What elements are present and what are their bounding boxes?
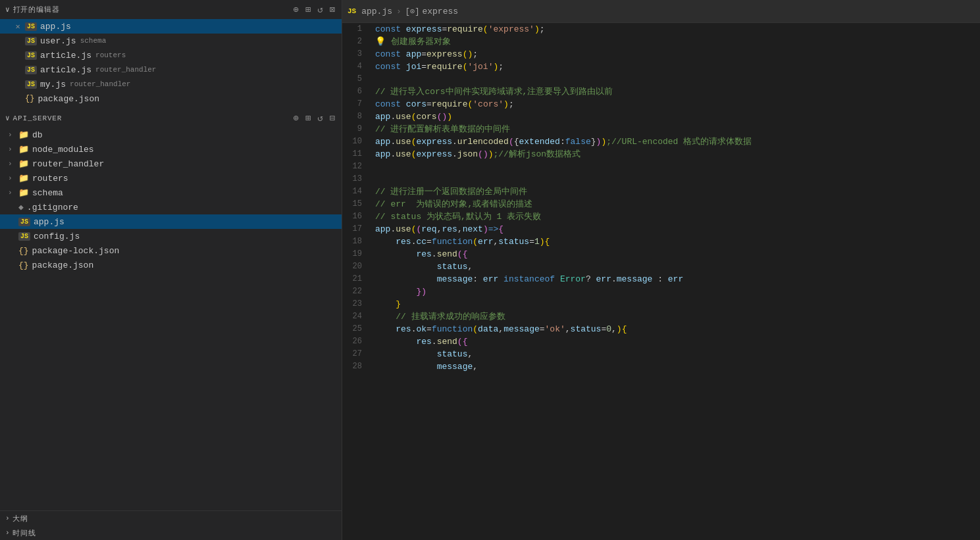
file-badge: routers: [95, 51, 126, 59]
code-line-18: 18 res.cc=function(err,status=1){: [342, 235, 980, 248]
file-name: user.js: [40, 36, 76, 46]
folder-icon: 📁: [18, 173, 29, 184]
gitignore-icon: ◆: [18, 202, 24, 212]
code-line-10: 10 app.use(express.urlencoded({extended:…: [342, 135, 980, 148]
open-editors-chevron: ∨: [5, 5, 11, 14]
line-number: 20: [342, 260, 375, 273]
line-number: 27: [342, 348, 375, 360]
js-file-icon: JS: [25, 22, 37, 31]
new-file-icon[interactable]: ⊕: [292, 3, 299, 16]
tab-js-icon: JS: [348, 7, 356, 15]
open-file-package-json[interactable]: {} package.json: [0, 91, 342, 106]
code-editor[interactable]: 1 const express=require('express'); 2 💡 …: [342, 23, 980, 540]
line-number: 14: [342, 185, 375, 198]
folder-chevron: ›: [8, 131, 16, 139]
file-name: article.js: [40, 51, 91, 61]
outline-item[interactable]: › 大纲: [0, 511, 342, 526]
sidebar-bottom: › 大纲 › 时间线: [0, 510, 342, 540]
line-content: 💡 创建服务器对象: [375, 36, 980, 48]
code-line-2: 2 💡 创建服务器对象: [342, 36, 980, 48]
code-line-26: 26 res.send({: [342, 335, 980, 348]
close-icon-placeholder: [13, 51, 22, 60]
line-number: 2: [342, 36, 375, 48]
breadcrumb: app.js › [⊙] express: [361, 7, 458, 16]
code-line-21: 21 message: err instanceof Error? err.me…: [342, 273, 980, 285]
tree-label: schema: [32, 188, 63, 198]
line-number: 8: [342, 110, 375, 123]
line-content: res.send({: [375, 248, 980, 260]
tree-item-node-modules[interactable]: › 📁 node_modules: [0, 142, 342, 157]
open-file-app-js[interactable]: ✕ JS app.js: [0, 19, 342, 34]
line-content: status,: [375, 260, 980, 273]
file-name: article.js: [40, 65, 91, 75]
close-all-icon[interactable]: ⊠: [328, 3, 336, 16]
code-line-25: 25 res.ok=function(data,message='ok',sta…: [342, 323, 980, 335]
new-folder-icon[interactable]: ⊞: [304, 111, 312, 125]
code-line-19: 19 res.send({: [342, 248, 980, 260]
code-line-14: 14 // 进行注册一个返回数据的全局中间件: [342, 185, 980, 198]
breadcrumb-filename[interactable]: app.js: [361, 7, 392, 16]
line-content: message,: [375, 360, 980, 373]
tree-label: config.js: [34, 232, 80, 241]
tree-label: db: [32, 130, 43, 140]
open-editors-title[interactable]: ∨ 打开的编辑器: [5, 5, 60, 14]
file-badge: router_handler: [95, 66, 156, 74]
code-line-27: 27 status,: [342, 348, 980, 360]
revert-icon[interactable]: ↺: [316, 3, 324, 16]
line-number: 16: [342, 210, 375, 223]
folder-chevron: ›: [8, 160, 16, 168]
tree-item-schema[interactable]: › 📁 schema: [0, 185, 342, 200]
open-editors-label: 打开的编辑器: [13, 5, 60, 14]
editor-tabs: JS app.js › [⊙] express: [342, 0, 980, 23]
code-line-12: 12: [342, 160, 980, 173]
code-line-15: 15 // err 为错误的对象,或者错误的描述: [342, 198, 980, 210]
js-file-icon: JS: [18, 218, 30, 226]
line-content: // 挂载请求成功的响应参数: [375, 310, 980, 323]
line-number: 13: [342, 173, 375, 185]
open-file-article-js-handler[interactable]: JS article.js router_handler: [0, 62, 342, 77]
line-content: res.ok=function(data,message='ok',status…: [375, 323, 980, 335]
code-line-4: 4 const joi=require('joi');: [342, 61, 980, 73]
close-icon[interactable]: ✕: [13, 22, 22, 32]
line-number: 5: [342, 73, 375, 86]
folder-icon: 📁: [18, 144, 29, 155]
line-content: [375, 173, 980, 185]
breadcrumb-symbol[interactable]: [⊙] express: [405, 7, 458, 16]
line-content: const express=require('express');: [375, 23, 980, 36]
open-editors-actions: ⊕ ⊞ ↺ ⊠: [292, 3, 336, 16]
new-file-explorer-icon[interactable]: ⊕: [292, 111, 299, 125]
tree-item-gitignore[interactable]: › ◆ .gitignore: [0, 200, 342, 214]
folder-chevron: ›: [8, 174, 16, 182]
open-file-article-js-routers[interactable]: JS article.js routers: [0, 48, 342, 62]
save-all-icon[interactable]: ⊞: [304, 3, 312, 16]
code-line-9: 9 // 进行配置解析表单数据的中间件: [342, 123, 980, 135]
tree-label: app.js: [34, 217, 64, 227]
line-content: // status 为状态码,默认为 1 表示失败: [375, 210, 980, 223]
tree-item-config-js[interactable]: › JS config.js: [0, 229, 342, 243]
line-number: 12: [342, 160, 375, 173]
timeline-item[interactable]: › 时间线: [0, 526, 342, 540]
line-content: const joi=require('joi');: [375, 61, 980, 73]
outline-chevron: ›: [5, 514, 10, 522]
file-tree: › 📁 db › 📁 node_modules › 📁 router_handl…: [0, 128, 342, 272]
line-content: const app=express();: [375, 48, 980, 61]
open-file-user-js[interactable]: JS user.js schema: [0, 34, 342, 48]
line-number: 11: [342, 148, 375, 160]
json-file-icon: {}: [25, 94, 34, 103]
collapse-icon[interactable]: ⊟: [328, 111, 336, 125]
tree-item-routers[interactable]: › 📁 routers: [0, 171, 342, 185]
refresh-icon[interactable]: ↺: [316, 111, 324, 125]
tree-item-package-lock[interactable]: › {} package-lock.json: [0, 243, 342, 258]
tree-label: router_handler: [32, 159, 104, 169]
tree-label: package-lock.json: [32, 246, 120, 256]
explorer-title[interactable]: ∨ API_SERVER: [5, 114, 62, 122]
tree-item-router-handler[interactable]: › 📁 router_handler: [0, 157, 342, 171]
tree-label: node_modules: [32, 145, 94, 155]
open-file-my-js[interactable]: JS my.js router_handler: [0, 77, 342, 91]
js-file-icon: JS: [25, 37, 37, 45]
tree-item-package-json[interactable]: › {} package.json: [0, 258, 342, 272]
tree-item-app-js[interactable]: › JS app.js: [0, 214, 342, 229]
line-content: app.use(express.json());//解析json数据格式: [375, 148, 980, 160]
tree-item-db[interactable]: › 📁 db: [0, 128, 342, 142]
explorer-actions: ⊕ ⊞ ↺ ⊟: [292, 111, 336, 125]
